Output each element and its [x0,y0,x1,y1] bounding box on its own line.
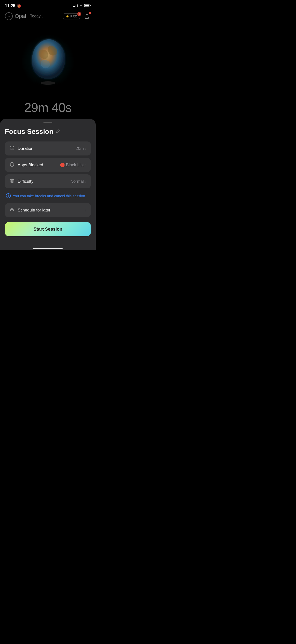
difficulty-row[interactable]: Difficulty Normal › [5,174,91,188]
opal-text: Opal [15,13,26,20]
apps-blocked-row-right: Block List › [60,162,86,168]
status-bar: 11:25 🔕 [0,0,96,10]
bottom-sheet: Focus Session Duration 20m › [0,119,96,246]
difficulty-value: Normal [70,179,84,184]
period-label: Today [30,14,40,18]
schedule-label: Schedule for later [18,208,50,213]
duration-row[interactable]: Duration 20m › [5,142,91,156]
globe-icon [9,178,15,184]
info-text: You can take breaks and cancel this sess… [13,194,85,198]
globe-gem [28,37,67,80]
difficulty-row-left: Difficulty [9,178,33,184]
info-icon: i [6,193,11,198]
duration-chevron-icon: › [85,147,86,150]
schedule-chevron-icon: › [85,208,86,212]
opal-circle-logo: ○ [5,12,13,20]
status-icons [73,4,91,8]
block-list-dot [60,163,64,167]
gem-display [0,26,96,95]
opal-logo: ○ Opal [5,12,26,20]
duration-row-left: Duration [9,146,33,152]
svg-point-4 [31,40,64,77]
nav-left: ○ Opal Today ⌄ [5,12,44,20]
sheet-handle [43,122,52,123]
pro-notification-badge: ! [77,12,81,16]
battery-icon [84,4,91,8]
share-button[interactable] [83,12,91,20]
signal-icon [73,4,77,7]
sheet-title: Focus Session [5,128,53,136]
apps-blocked-row[interactable]: Apps Blocked Block List › [5,158,91,172]
clock-icon [9,146,15,152]
nav-right: ⚡ PRO ! [63,12,91,20]
schedule-row-right: › [85,208,86,212]
sheet-title-row: Focus Session [5,128,91,136]
duration-value: 20m [76,146,84,151]
apps-blocked-label: Apps Blocked [18,162,43,168]
schedule-row[interactable]: Schedule for later › [5,203,91,217]
status-time: 11:25 [5,4,15,8]
share-notification-dot [89,12,91,14]
timer-text: 29m 40s [24,100,71,115]
chevron-down-icon: ⌄ [41,15,44,18]
difficulty-label: Difficulty [18,179,33,184]
difficulty-row-right: Normal › [70,179,86,184]
start-session-button[interactable]: Start Session [5,222,91,236]
shield-icon [9,162,15,168]
mute-icon: 🔕 [17,4,21,8]
duration-label: Duration [18,146,33,151]
info-message: i You can take breaks and cancel this se… [5,191,91,201]
svg-rect-3 [85,5,89,7]
schedule-row-left: Schedule for later [9,207,50,213]
svg-rect-2 [90,5,91,6]
svg-point-0 [81,6,81,7]
today-period-button[interactable]: Today ⌄ [30,14,44,18]
apps-blocked-value: Block List [66,162,84,168]
gem-base [40,81,55,85]
timer-display: 29m 40s [0,95,96,119]
home-bar [33,248,63,249]
top-nav: ○ Opal Today ⌄ ⚡ PRO ! [0,10,96,24]
home-indicator [0,246,96,250]
wifi-icon [79,4,83,8]
duration-row-right: 20m › [76,146,86,151]
apps-blocked-chevron-icon: › [85,163,86,167]
edit-icon[interactable] [56,129,60,134]
schedule-icon [9,207,15,213]
apps-blocked-row-left: Apps Blocked [9,162,43,168]
difficulty-chevron-icon: › [85,180,86,184]
pro-badge[interactable]: ⚡ PRO ! [63,13,80,20]
gem-container [28,37,67,85]
pro-label: PRO [70,14,77,18]
bolt-icon: ⚡ [65,14,69,18]
